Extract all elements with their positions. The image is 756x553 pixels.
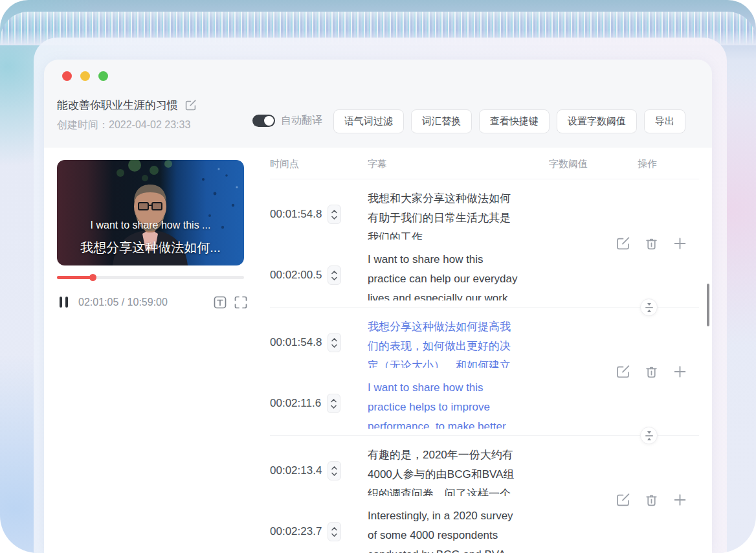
minimize-window-dot[interactable] (80, 71, 90, 81)
translation-subtitle-row: 00:02:11.6 I want to share how this prac… (270, 378, 699, 429)
auto-translate-label: 自动翻译 (281, 114, 322, 128)
player-controls: 02:01:05 / 10:59:00 (57, 295, 244, 311)
view-shortcuts-button[interactable]: 查看快捷键 (479, 109, 550, 133)
subtitle-row-group: 00:01:54.8 我想分享这种做法如何提高我 们的表现，如何做出更好的决 定… (270, 308, 699, 436)
vocabulary-replace-button[interactable]: 词汇替换 (411, 109, 472, 133)
subtitle-text[interactable]: 我想和大家分享这种做法如何 有助于我们的日常生活尤其是 我们的工作 (368, 189, 549, 240)
timestamp-cell: 00:02:13.4 (270, 461, 368, 480)
subtitle-text[interactable]: I want to share how this practice helps … (368, 378, 549, 429)
app-window: 能改善你职业生涯的习惯 创建时间：2022-04-02 23:33 自动翻译 语… (44, 60, 712, 553)
subtitle-row-group: 00:01:54.8 我想和大家分享这种做法如何 有助于我们的日常生活尤其是 我… (270, 179, 699, 308)
timestamp-stepper[interactable] (328, 265, 341, 285)
content-area: I want to share how this ... 我想分享这种做法如何.… (44, 148, 712, 553)
timestamp-cell: 00:02:11.6 (270, 394, 368, 413)
page-title: 能改善你职业生涯的习惯 (57, 98, 178, 113)
row-actions (616, 364, 687, 379)
timestamp-cell: 00:01:54.8 (270, 333, 368, 352)
traffic-lights (62, 71, 108, 81)
video-player[interactable]: I want to share how this ... 我想分享这种做法如何.… (57, 160, 244, 265)
col-header-time: 时间点 (270, 158, 299, 170)
timestamp-stepper[interactable] (328, 522, 341, 541)
timestamp-stepper[interactable] (327, 394, 340, 413)
original-subtitle-row: 00:01:54.8 我想和大家分享这种做法如何 有助于我们的日常生活尤其是 我… (270, 188, 699, 240)
timestamp-value: 00:01:54.8 (270, 208, 322, 221)
original-subtitle-row: 00:01:54.8 我想分享这种做法如何提高我 们的表现，如何做出更好的决 定… (270, 317, 699, 368)
timestamp-stepper[interactable] (328, 333, 341, 352)
subtitle-text-icon[interactable] (214, 296, 227, 309)
window-header: 能改善你职业生涯的习惯 创建时间：2022-04-02 23:33 自动翻译 语… (44, 60, 712, 148)
timestamp-stepper[interactable] (328, 205, 341, 224)
timestamp-cell: 00:02:00.5 (270, 265, 368, 285)
edit-subtitle-icon[interactable] (616, 236, 630, 251)
created-time: 创建时间：2022-04-02 23:33 (57, 119, 197, 132)
add-subtitle-icon[interactable] (673, 364, 687, 379)
toolbar: 语气词过滤 词汇替换 查看快捷键 设置字数阈值 导出 (333, 109, 685, 133)
delete-subtitle-icon[interactable] (644, 493, 659, 508)
timestamp-value: 00:02:13.4 (270, 464, 322, 477)
table-scrollbar-thumb[interactable] (707, 284, 709, 326)
row-actions (616, 493, 687, 508)
edit-subtitle-icon[interactable] (616, 493, 630, 508)
timestamp-value: 00:02:00.5 (270, 269, 322, 282)
merge-rows-button[interactable] (640, 427, 658, 444)
auto-translate-toggle[interactable] (252, 115, 275, 127)
timestamp-value: 00:01:54.8 (270, 336, 322, 349)
progress-knob[interactable] (89, 274, 96, 281)
subtitle-text[interactable]: 有趣的是，2020年一份大约有 4000人参与的由BCG和BVA组 织的调查问卷… (368, 446, 549, 496)
subtitle-row-group: 00:02:13.4 有趣的是，2020年一份大约有 4000人参与的由BCG和… (270, 436, 699, 553)
translation-subtitle-row: 00:02:23.7 Interestingly, in a 2020 surv… (270, 506, 699, 553)
timestamp-value: 00:02:11.6 (270, 397, 321, 410)
video-progress-bar[interactable] (57, 276, 244, 279)
edit-subtitle-icon[interactable] (616, 364, 630, 379)
zoom-window-dot[interactable] (98, 71, 108, 81)
pause-icon[interactable] (60, 297, 68, 308)
video-subtitle-chinese: 我想分享这种做法如何... (57, 239, 244, 256)
add-subtitle-icon[interactable] (673, 236, 687, 251)
col-header-actions: 操作 (638, 158, 657, 170)
playback-time: 02:01:05 / 10:59:00 (78, 297, 168, 308)
export-button[interactable]: 导出 (644, 109, 685, 133)
delete-subtitle-icon[interactable] (644, 236, 659, 251)
table-header: 时间点 字幕 字数阈值 操作 (270, 148, 699, 179)
filler-words-filter-button[interactable]: 语气词过滤 (333, 109, 404, 133)
page-background: 能改善你职业生涯的习惯 创建时间：2022-04-02 23:33 自动翻译 语… (0, 0, 756, 553)
translation-subtitle-row: 00:02:00.5 I want to share how this prac… (270, 249, 699, 301)
toggle-knob (264, 116, 274, 126)
add-subtitle-icon[interactable] (673, 493, 687, 508)
merge-rows-button[interactable] (640, 299, 658, 316)
subtitle-text[interactable]: I want to share how this practice can he… (368, 250, 549, 300)
subtitle-text[interactable]: 我想分享这种做法如何提高我 们的表现，如何做出更好的决 定（无论大小），和如何建… (368, 317, 549, 368)
subtitle-table: 时间点 字幕 字数阈值 操作 00:01:54.8 (270, 148, 699, 553)
table-body: 00:01:54.8 我想和大家分享这种做法如何 有助于我们的日常生活尤其是 我… (270, 179, 699, 553)
row-actions (616, 236, 687, 251)
col-header-threshold: 字数阈值 (549, 158, 588, 170)
delete-subtitle-icon[interactable] (644, 364, 659, 379)
close-window-dot[interactable] (62, 71, 72, 81)
col-header-subtitle: 字幕 (368, 158, 387, 170)
set-word-threshold-button[interactable]: 设置字数阈值 (557, 109, 637, 133)
timestamp-stepper[interactable] (328, 461, 341, 480)
timestamp-cell: 00:02:23.7 (270, 522, 368, 541)
original-subtitle-row: 00:02:13.4 有趣的是，2020年一份大约有 4000人参与的由BCG和… (270, 445, 699, 497)
auto-translate-control: 自动翻译 (252, 114, 322, 128)
timestamp-cell: 00:01:54.8 (270, 205, 368, 224)
fullscreen-icon[interactable] (234, 296, 247, 309)
edit-title-icon[interactable] (184, 99, 197, 111)
video-subtitle-english: I want to share how this ... (57, 220, 244, 231)
timestamp-value: 00:02:23.7 (270, 525, 322, 538)
subtitle-text[interactable]: Interestingly, in a 2020 survey of some … (368, 506, 549, 553)
progress-fill (57, 276, 93, 279)
document-info: 能改善你职业生涯的习惯 创建时间：2022-04-02 23:33 (57, 98, 197, 132)
